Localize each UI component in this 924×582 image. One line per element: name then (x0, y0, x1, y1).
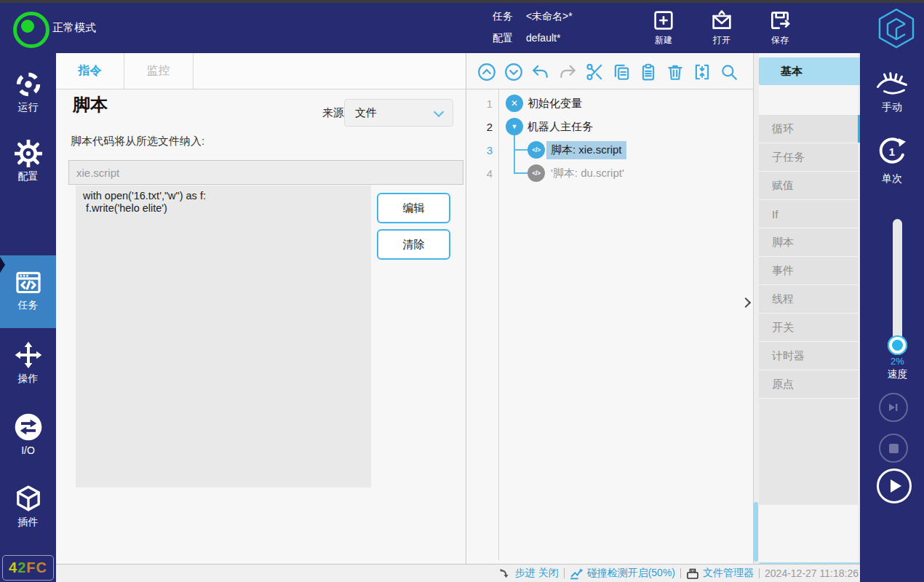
single-run-button[interactable]: 1 单次 (860, 135, 924, 186)
usb-drive-icon (686, 567, 699, 580)
collision-detect-status[interactable]: 碰撞检测开启(50%) (570, 567, 675, 580)
gear-icon (15, 140, 42, 167)
redo-button-disabled[interactable] (558, 63, 577, 81)
sidebar-item-plugin[interactable]: 插件 (0, 484, 56, 527)
status-divider (680, 568, 681, 578)
speed-slider-thumb[interactable] (888, 335, 907, 355)
code-line-1: with open('16.txt',"w") as f: (83, 190, 364, 202)
tab-instruction-active[interactable]: 指令 (56, 53, 124, 89)
step-forward-button-disabled[interactable] (879, 393, 908, 422)
status-divider (564, 568, 565, 578)
tab-instruction-label: 指令 (79, 63, 102, 79)
script-node-icon: </> (527, 141, 545, 159)
io-swap-icon (14, 412, 43, 442)
open-file-icon (710, 9, 733, 32)
undo-button[interactable] (531, 63, 550, 81)
script-file-input[interactable]: xie.script (68, 160, 463, 185)
instruction-item-switch[interactable]: 开关 (759, 314, 858, 341)
instruction-item-subtask[interactable]: 子任务 (759, 143, 858, 171)
delete-button[interactable] (666, 63, 685, 81)
instruction-item-if[interactable]: If (759, 200, 858, 228)
sidebar-config-label: 配置 (18, 171, 39, 181)
save-task-button[interactable]: 保存 (758, 9, 802, 47)
script-editor-panel: 指令 监控 脚本 来源 文件 脚本代码将从所选文件纳入: xie.script … (56, 53, 466, 564)
config-label: 配置 (493, 32, 513, 44)
config-value: default* (526, 32, 560, 44)
collapse-triangle-icon[interactable]: ▼ (506, 118, 523, 135)
speed-label: 速度 (860, 368, 924, 381)
move-down-button[interactable] (504, 63, 523, 81)
sidebar-item-task-active[interactable]: 任务 (0, 255, 56, 328)
code-window-icon (14, 268, 43, 296)
sidebar-item-run[interactable]: 运行 (0, 71, 56, 112)
collision-icon (570, 567, 584, 580)
manual-mode-button[interactable]: 手动 (860, 69, 924, 114)
manual-label: 手动 (882, 101, 902, 114)
init-variables-node-icon: ✕ (506, 95, 523, 112)
new-file-icon (652, 9, 675, 32)
merge-collapse-button[interactable] (693, 63, 712, 81)
tree-row-init-vars[interactable]: 1 ✕ 初始化变量 (466, 92, 753, 115)
new-task-button[interactable]: 新建 (642, 9, 685, 47)
play-button[interactable] (877, 469, 912, 503)
source-select[interactable]: 文件 (344, 99, 453, 127)
instruction-item-script[interactable]: 脚本 (759, 228, 858, 256)
edit-button-label: 编辑 (403, 202, 425, 215)
script-code-preview[interactable]: with open('16.txt',"w") as f: f.write('h… (76, 186, 371, 487)
instruction-item-loop[interactable]: 循环 (759, 115, 858, 143)
panel-expand-handle[interactable] (738, 295, 753, 311)
tree-toolbar (466, 53, 753, 89)
script-file-name: xie.script (76, 167, 119, 179)
instruction-item-timer[interactable]: 计时器 (759, 342, 858, 370)
top-bar: 正常模式 任务 <未命名>* 配置 default* 新建 打开 (0, 3, 924, 53)
copy-button[interactable] (612, 63, 631, 81)
edit-button[interactable]: 编辑 (377, 193, 450, 223)
instruction-item-event[interactable]: 事件 (759, 257, 858, 284)
search-button[interactable] (720, 63, 738, 81)
group-basic-label: 基本 (781, 65, 802, 79)
instruction-palette: 基本 高级 循环 子任务 赋值 If 脚本 事件 线程 开关 计时器 原点 复合… (759, 53, 858, 564)
cube-icon (14, 484, 43, 513)
clock-timestamp: 2024-12-27 11:18:26 (765, 567, 859, 579)
tab-monitor[interactable]: 监控 (124, 53, 194, 89)
open-task-button[interactable]: 打开 (700, 9, 744, 47)
speed-slider-track[interactable] (893, 219, 902, 351)
chevron-right-icon (741, 298, 751, 308)
tree-row-label-highlighted: 脚本: xie.script (546, 141, 626, 159)
right-control-rail: 手动 1 单次 2% 速度 (860, 53, 924, 582)
sidebar-item-io[interactable]: I/O (0, 412, 56, 455)
clear-button[interactable]: 清除 (377, 229, 450, 260)
paste-button[interactable] (639, 63, 658, 81)
tree-row-script-xie-selected[interactable]: 3 </> 脚本: xie.script (466, 138, 753, 162)
tab-monitor-label: 监控 (147, 63, 170, 79)
open-button-label: 打开 (713, 34, 730, 47)
sidebar-run-label: 运行 (18, 102, 39, 112)
app-window: 正常模式 任务 <未命名>* 配置 default* 新建 打开 (0, 0, 924, 582)
save-icon (768, 9, 792, 32)
instruction-list-filler (759, 399, 858, 505)
sidebar-operate-label: 操作 (18, 373, 39, 383)
file-manager-link[interactable]: 文件管理器 (686, 567, 754, 580)
tree-row-number: 2 (466, 121, 493, 133)
status-divider (759, 568, 760, 578)
status-bar: 步进 关闭 碰撞检测开启(50%) 文件管理器 2024-12-27 11:18… (56, 564, 860, 582)
instruction-item-assign[interactable]: 赋值 (759, 172, 858, 199)
step-mode-label: 步进 关闭 (515, 567, 559, 580)
move-up-button[interactable] (477, 63, 496, 81)
code-line-2: f.write('helo elite') (83, 202, 364, 215)
step-mode-icon (499, 567, 511, 580)
instruction-panel-scrollbar[interactable] (754, 502, 758, 562)
tree-row-script-du-disabled[interactable]: 4 </> '脚本: du.script' (466, 162, 753, 185)
instruction-item-thread[interactable]: 线程 (759, 285, 858, 313)
instruction-item-origin[interactable]: 原点 (759, 370, 858, 398)
stop-button-disabled[interactable] (879, 434, 908, 463)
task-value: <未命名>* (526, 10, 573, 22)
tree-row-main-task[interactable]: 2 ▼ 机器人主任务 (466, 115, 753, 138)
sidebar-item-operate[interactable]: 操作 (0, 340, 56, 383)
page-title: 脚本 (73, 93, 108, 116)
step-mode-status[interactable]: 步进 关闭 (499, 567, 559, 580)
cut-button[interactable] (585, 63, 604, 81)
sidebar-item-config[interactable]: 配置 (0, 140, 56, 181)
save-button-label: 保存 (771, 34, 789, 47)
new-button-label: 新建 (655, 34, 672, 47)
